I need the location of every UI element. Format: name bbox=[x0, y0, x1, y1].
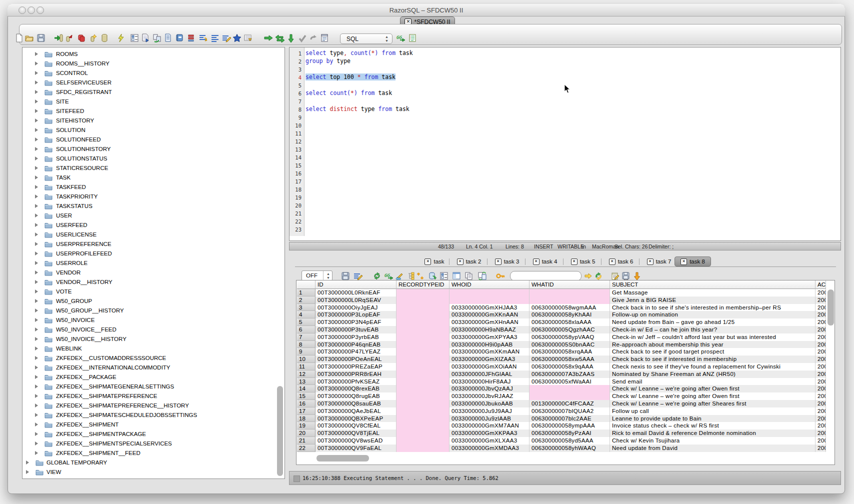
disclosure-triangle-icon[interactable] bbox=[35, 176, 38, 180]
cell-recordtypeid[interactable] bbox=[396, 400, 450, 408]
edit-arrow-icon[interactable] bbox=[396, 272, 404, 280]
cell-subject[interactable]: Check back to see if good target prospec… bbox=[610, 348, 816, 356]
cell-ac[interactable]: 2000 bbox=[816, 422, 826, 430]
cell-whoid[interactable]: 0033000000GmXM7AAN bbox=[450, 422, 530, 430]
close-tab-icon[interactable]: ✕ bbox=[680, 258, 687, 265]
tree-item-zkfedex-shipmategeneralsettings[interactable]: ZKFEDEX__SHIPMATEGENERALSETTINGS bbox=[22, 382, 282, 392]
tree-item-solutionstatus[interactable]: SOLUTIONSTATUS bbox=[22, 154, 282, 164]
result-tab-task-8[interactable]: ✕task 8 bbox=[674, 256, 711, 266]
tree-item-zkfedex-shipment-feed[interactable]: ZKFEDEX__SHIPMENT__FEED bbox=[22, 448, 282, 458]
cell-whatid[interactable]: 006300000058yKhAAI bbox=[530, 311, 610, 318]
cell-whoid[interactable] bbox=[450, 296, 530, 304]
tree-item-userlicense[interactable]: USERLICENSE bbox=[22, 230, 282, 240]
cell-ac[interactable]: 2000 bbox=[816, 289, 826, 296]
save-icon[interactable] bbox=[36, 34, 46, 44]
disclosure-triangle-icon[interactable] bbox=[35, 356, 38, 360]
cell-ac[interactable]: 2000 bbox=[816, 370, 826, 378]
cell-num[interactable]: 18 bbox=[297, 415, 316, 422]
cell-whoid[interactable]: 0033000000GmXHnAAN bbox=[450, 318, 530, 326]
tree-item-zkfedex-shipmatepreference-history[interactable]: ZKFEDEX__SHIPMATEPREFERENCE__HISTORY bbox=[22, 401, 282, 410]
tree-item-w50-group[interactable]: W50_GROUP bbox=[22, 296, 282, 306]
table-export-icon[interactable] bbox=[244, 34, 254, 44]
cell-subject[interactable]: Rick to email David & reference Delmonte… bbox=[610, 430, 816, 437]
tree-item-scontrol[interactable]: SCONTROL bbox=[22, 68, 282, 78]
cell-subject[interactable]: Follow-up on nomination bbox=[610, 311, 816, 318]
disclosure-triangle-icon[interactable] bbox=[35, 366, 38, 370]
clipboard-doc-icon[interactable] bbox=[320, 34, 330, 44]
list-red-blue-icon[interactable] bbox=[186, 34, 196, 44]
cell-whoid[interactable]: 0033000000GmXKmAAN bbox=[450, 348, 530, 356]
cell-ac[interactable]: 2000 bbox=[816, 326, 826, 334]
cell-num[interactable]: 4 bbox=[297, 311, 316, 318]
tree-item-w50-invoice[interactable]: W50_INVOICE bbox=[22, 316, 282, 325]
cell-recordtypeid[interactable] bbox=[396, 378, 450, 386]
result-tab-task-6[interactable]: ✕task 6 bbox=[602, 256, 640, 266]
cell-subject[interactable]: Check nexis to see if they've found a re… bbox=[610, 363, 816, 370]
cell-whatid[interactable]: 00630000007bIQUAA2 bbox=[530, 408, 610, 415]
align-lines-icon[interactable] bbox=[210, 34, 220, 44]
tree-item-global temporary[interactable]: GLOBAL TEMPORARY bbox=[22, 458, 282, 468]
cell-num[interactable]: 2 bbox=[297, 296, 316, 304]
cell-subject[interactable]: Get Massage bbox=[610, 289, 816, 296]
disclosure-triangle-icon[interactable] bbox=[26, 460, 29, 464]
tree-item-zkfedex-shipmentspecialservices[interactable]: ZKFEDEX__SHIPMENTSPECIALSERVICES bbox=[22, 439, 282, 448]
cell-num[interactable]: 22 bbox=[297, 444, 316, 452]
disclosure-triangle-icon[interactable] bbox=[35, 384, 38, 388]
cell-whatid[interactable] bbox=[530, 289, 610, 296]
column-header-id[interactable]: ID bbox=[316, 280, 396, 289]
cell-id[interactable]: 00T3000000POeAnEAL bbox=[316, 356, 396, 363]
cell-whatid[interactable]: 006300000058ypVAAQ bbox=[530, 334, 610, 341]
cell-whoid[interactable]: 0033000000GmXKPAA3 bbox=[450, 430, 530, 437]
disclosure-triangle-icon[interactable] bbox=[35, 138, 38, 142]
cell-subject[interactable]: Need update from Bain – gave go ahead 1/… bbox=[610, 318, 816, 326]
cell-id[interactable]: 00T3000000OiyJgEAJ bbox=[316, 304, 396, 312]
disclosure-triangle-icon[interactable] bbox=[35, 299, 38, 303]
tree-item-user[interactable]: USER bbox=[22, 211, 282, 220]
tree-item-rooms[interactable]: ROOMS bbox=[22, 50, 282, 59]
cell-whoid[interactable]: 0033000000GmXKnAAN bbox=[450, 311, 530, 318]
cell-whoid[interactable]: 0033000000GmXIZAA3 bbox=[450, 356, 530, 363]
cell-recordtypeid[interactable] bbox=[396, 341, 450, 348]
disclosure-triangle-icon[interactable] bbox=[35, 422, 38, 426]
cell-whoid[interactable]: 0033000000H9i0pAAB bbox=[450, 341, 530, 348]
disclosure-triangle-icon[interactable] bbox=[35, 308, 38, 312]
export-connection-icon[interactable] bbox=[64, 34, 74, 44]
db-refresh-icon[interactable] bbox=[428, 272, 437, 280]
cell-ac[interactable]: 2000 bbox=[816, 296, 826, 304]
cell-num[interactable]: 21 bbox=[297, 437, 316, 444]
tree-item-w50-group-history[interactable]: W50_GROUP__HISTORY bbox=[22, 306, 282, 316]
cell-whoid[interactable]: 0033000000JbvQzAAJ bbox=[450, 385, 530, 392]
tree-item-site[interactable]: SITE bbox=[22, 97, 282, 106]
cell-whatid[interactable]: 006300000058x9qAAA bbox=[530, 363, 610, 370]
cell-num[interactable]: 16 bbox=[297, 400, 316, 408]
tree-item-zkfedex-shipmentpackage[interactable]: ZKFEDEX__SHIPMENTPACKAGE bbox=[22, 430, 282, 439]
cell-recordtypeid[interactable] bbox=[396, 318, 450, 326]
cell-recordtypeid[interactable] bbox=[396, 304, 450, 312]
cell-ac[interactable]: 2000 bbox=[816, 400, 826, 408]
cell-ac[interactable]: 2000 bbox=[816, 430, 826, 437]
cell-whatid[interactable]: 00630000005S0bnAAC bbox=[530, 341, 610, 348]
cell-recordtypeid[interactable] bbox=[396, 422, 450, 430]
favorites-star-icon[interactable] bbox=[232, 34, 242, 44]
result-tab-task-3[interactable]: ✕task 3 bbox=[488, 256, 526, 266]
copy-sync-icon[interactable] bbox=[478, 272, 486, 280]
cell-subject[interactable]: Check w/ Leanne – we're going after Owen… bbox=[610, 392, 816, 400]
cell-whatid[interactable]: 006300000058xlaAAA bbox=[530, 318, 610, 326]
cell-whatid[interactable]: 006300000058xrqAAA bbox=[530, 348, 610, 356]
cell-subject[interactable]: Follow up call bbox=[610, 408, 816, 415]
reference-book-icon[interactable] bbox=[175, 34, 185, 44]
cell-whoid[interactable] bbox=[450, 289, 530, 296]
column-header-ac[interactable]: AC bbox=[816, 280, 826, 289]
disclosure-triangle-icon[interactable] bbox=[26, 470, 29, 474]
cell-ac[interactable]: 2000 bbox=[816, 392, 826, 400]
cell-recordtypeid[interactable] bbox=[396, 334, 450, 341]
disclosure-triangle-icon[interactable] bbox=[35, 394, 38, 398]
cell-whatid[interactable]: 006300000058ympAAA bbox=[530, 422, 610, 430]
cell-ac[interactable]: 2000 bbox=[816, 385, 826, 392]
cell-num[interactable]: 6 bbox=[297, 326, 316, 334]
notepad-edit-icon[interactable] bbox=[610, 272, 620, 280]
tree-view-icon[interactable] bbox=[407, 272, 416, 280]
cell-id[interactable]: 00T3000000QV8CfEAL bbox=[316, 422, 396, 430]
disclosure-triangle-icon[interactable] bbox=[35, 194, 38, 198]
cell-ac[interactable]: 2000 bbox=[816, 304, 826, 312]
